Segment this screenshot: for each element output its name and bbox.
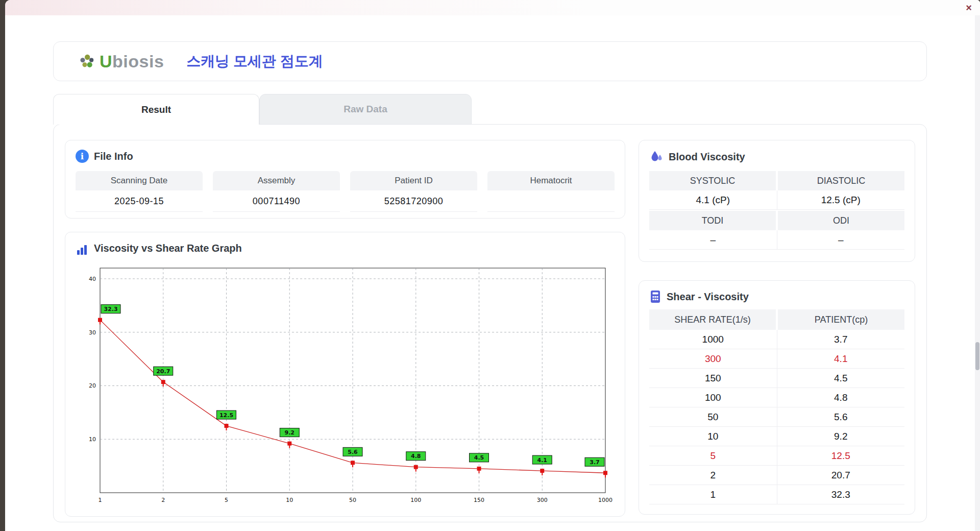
- svg-text:4.1: 4.1: [537, 457, 548, 464]
- close-icon[interactable]: ×: [966, 3, 972, 13]
- svg-text:4.5: 4.5: [474, 454, 484, 461]
- blood-viscosity-title: Blood Viscosity: [669, 151, 745, 163]
- file-info-field: Hematocrit: [487, 171, 615, 212]
- svg-text:32.3: 32.3: [104, 306, 117, 312]
- svg-text:30: 30: [89, 329, 96, 336]
- shear-rate-cell: 2: [649, 466, 777, 485]
- svg-text:9.2: 9.2: [285, 429, 295, 436]
- file-info-fields: Scanning Date 2025-09-15 Assembly 000711…: [76, 171, 615, 212]
- svg-text:10: 10: [286, 497, 293, 503]
- scrollbar[interactable]: [975, 15, 980, 531]
- shear-viscosity-panel: Shear - Viscosity SHEAR RATE(1/s) PATIEN…: [639, 280, 915, 515]
- info-icon: i: [76, 150, 89, 163]
- svg-text:3.7: 3.7: [590, 459, 600, 466]
- brand-name-first: U: [100, 52, 112, 71]
- bv-value: 4.1 (cP): [649, 190, 777, 210]
- table-row: 2 20.7: [649, 466, 904, 485]
- svg-text:12.5: 12.5: [219, 412, 233, 419]
- bv-label: DIASTOLIC: [778, 171, 904, 190]
- field-value: 2025-09-15: [76, 190, 203, 212]
- viscosity-chart: 102030401251050100150300100032.320.712.5…: [76, 261, 616, 511]
- table-header-row: SHEAR RATE(1/s) PATIENT(cp): [649, 309, 904, 330]
- file-info-header: i File Info: [76, 150, 615, 163]
- shear-viscosity-table: SHEAR RATE(1/s) PATIENT(cp) 1000 3.7 300…: [649, 309, 904, 504]
- blood-viscosity-header: Blood Viscosity: [649, 150, 904, 164]
- bv-header-row: TODI ODI: [649, 211, 904, 230]
- shear-rate-cell: 50: [649, 407, 777, 427]
- bv-label: ODI: [778, 211, 904, 230]
- shear-rate-cell: 150: [649, 369, 777, 388]
- file-info-field: Scanning Date 2025-09-15: [76, 171, 203, 212]
- graph-header: Viscosity vs Shear Rate Graph: [76, 239, 615, 257]
- left-column: i File Info Scanning Date 2025-09-15 Ass…: [65, 140, 625, 516]
- patient-cell: 4.5: [777, 369, 905, 388]
- patient-cell: 20.7: [777, 466, 905, 485]
- field-label: Hematocrit: [487, 171, 615, 190]
- patient-cell: 12.5: [777, 446, 905, 466]
- svg-text:300: 300: [537, 497, 548, 503]
- svg-text:150: 150: [474, 497, 484, 503]
- shear-rate-cell: 10: [649, 427, 777, 446]
- field-label: Scanning Date: [76, 171, 203, 190]
- svg-text:10: 10: [89, 436, 96, 443]
- droplet-icon: [649, 150, 664, 164]
- table-row: 1 32.3: [649, 485, 904, 504]
- tab-content: i File Info Scanning Date 2025-09-15 Ass…: [53, 124, 927, 522]
- table-row: 10 9.2: [649, 427, 904, 446]
- grape-cluster-icon: [78, 53, 95, 69]
- svg-text:2: 2: [161, 497, 165, 503]
- field-value: [487, 190, 615, 212]
- patient-cell: 4.8: [777, 388, 905, 407]
- table-row: 150 4.5: [649, 369, 904, 388]
- tab-raw-data[interactable]: Raw Data: [259, 94, 472, 125]
- shear-rate-cell: 1000: [649, 330, 777, 349]
- app-window: × Ubiosis 스캐닝 모세관 점도계 ResultRaw Data i: [5, 0, 980, 531]
- table-body: 1000 3.7 300 4.1 150 4.5 100 4.8 50 5.6 …: [649, 330, 904, 504]
- svg-text:1: 1: [99, 497, 102, 503]
- shear-rate-cell: 1: [649, 485, 777, 504]
- brand-name: Ubiosis: [100, 52, 164, 71]
- shear-viscosity-title: Shear - Viscosity: [667, 291, 749, 303]
- patient-cell: 32.3: [777, 485, 905, 504]
- field-label: Patient ID: [350, 171, 477, 190]
- right-column: Blood Viscosity SYSTOLIC DIASTOLIC 4.1 (…: [639, 140, 915, 516]
- tab-result[interactable]: Result: [53, 94, 259, 125]
- bv-header-row: SYSTOLIC DIASTOLIC: [649, 171, 904, 190]
- file-info-panel: i File Info Scanning Date 2025-09-15 Ass…: [65, 140, 625, 219]
- svg-text:100: 100: [410, 497, 421, 503]
- blood-viscosity-panel: Blood Viscosity SYSTOLIC DIASTOLIC 4.1 (…: [639, 140, 915, 262]
- svg-text:50: 50: [349, 497, 356, 503]
- field-label: Assembly: [213, 171, 340, 190]
- table-row: 1000 3.7: [649, 330, 904, 349]
- svg-text:20: 20: [89, 382, 96, 389]
- patient-cell: 3.7: [777, 330, 905, 349]
- shear-rate-cell: 5: [649, 446, 777, 466]
- table-row: 50 5.6: [649, 407, 904, 427]
- file-info-title: File Info: [94, 151, 133, 162]
- shear-viscosity-header: Shear - Viscosity: [649, 290, 904, 303]
- bv-value-row: 4.1 (cP) 12.5 (cP): [649, 190, 904, 210]
- patient-column-header: PATIENT(cp): [778, 309, 904, 330]
- table-row: 300 4.1: [649, 349, 904, 369]
- shear-rate-column-header: SHEAR RATE(1/s): [649, 309, 776, 330]
- bv-label: TODI: [649, 211, 776, 230]
- bv-label: SYSTOLIC: [649, 171, 776, 190]
- graph-title: Viscosity vs Shear Rate Graph: [94, 243, 242, 254]
- svg-text:1000: 1000: [598, 497, 612, 503]
- blood-viscosity-grid: SYSTOLIC DIASTOLIC 4.1 (cP) 12.5 (cP) TO…: [649, 171, 904, 250]
- graph-panel: Viscosity vs Shear Rate Graph 1020304012…: [65, 232, 625, 517]
- svg-text:5.6: 5.6: [348, 449, 358, 455]
- bar-chart-icon: [76, 239, 89, 257]
- svg-text:40: 40: [89, 276, 96, 282]
- scrollbar-thumb[interactable]: [975, 342, 979, 370]
- bv-value: –: [649, 230, 777, 250]
- patient-cell: 4.1: [777, 349, 905, 369]
- brand-name-rest: biosis: [112, 52, 164, 71]
- tab-bar: ResultRaw Data: [53, 94, 980, 125]
- shear-rate-cell: 100: [649, 388, 777, 407]
- brand-logo: Ubiosis: [78, 52, 164, 71]
- file-info-field: Assembly 000711490: [213, 171, 340, 212]
- patient-cell: 9.2: [777, 427, 905, 446]
- svg-text:4.8: 4.8: [411, 453, 421, 460]
- title-bar: ×: [5, 0, 980, 15]
